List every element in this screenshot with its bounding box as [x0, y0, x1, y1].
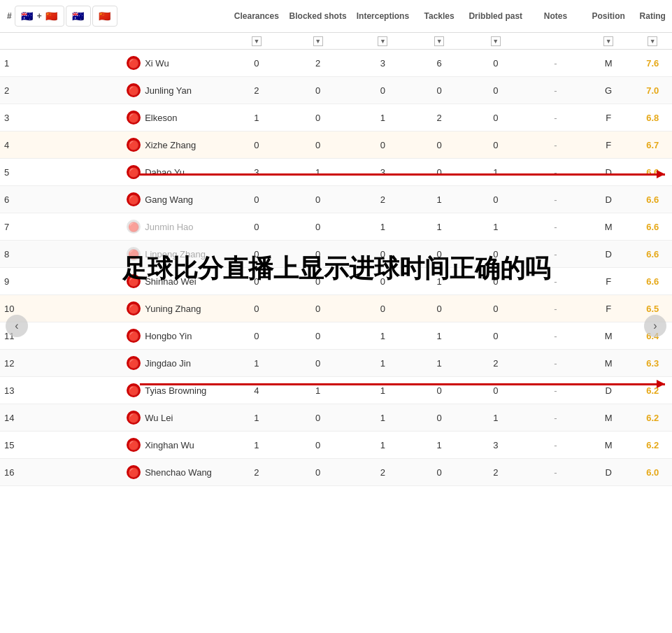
player-rating: 6.6 — [633, 241, 672, 268]
player-name: Xizhe Zhang — [145, 140, 196, 150]
player-notes: - — [527, 213, 584, 241]
player-interceptions: 2 — [351, 459, 415, 486]
player-cell: 🔴 Elkeson — [122, 104, 228, 131]
player-clearances: 0 — [229, 268, 285, 295]
col-header-blocked: Blocked shots — [285, 0, 351, 33]
player-flag: 🔴 — [127, 83, 141, 97]
table-row: 8 🔴 Linpeng Zhang 0 0 0 0 0 - D 6.6 — [0, 241, 672, 268]
player-rating: 6.2 — [633, 432, 672, 459]
table-row: 12 🔴 Jingdao Jin 1 0 1 1 2 - M 6.3 — [0, 350, 672, 377]
player-name: Xi Wu — [145, 58, 169, 69]
player-notes: - — [527, 268, 584, 295]
filter-arrow-interceptions[interactable]: ▼ — [378, 36, 387, 46]
filter-arrow-clearances[interactable]: ▼ — [252, 36, 262, 46]
player-blocked: 0 — [285, 186, 351, 213]
player-position: G — [584, 77, 634, 104]
player-clearances: 4 — [229, 377, 285, 404]
filter-rating[interactable]: ▼ — [633, 33, 672, 50]
player-tackles: 1 — [415, 322, 464, 350]
player-position: M — [584, 432, 634, 459]
filter-arrow-dribbled[interactable]: ▼ — [491, 36, 501, 46]
team-group-1[interactable]: 🇦🇺 + 🇨🇳 — [15, 6, 64, 27]
player-rating: 6.6 — [633, 268, 672, 295]
row-num: 4 — [0, 131, 122, 159]
player-position: D — [584, 241, 634, 268]
row-num: 15 — [0, 432, 122, 459]
row-num: 8 — [0, 241, 122, 268]
player-tackles: 1 — [415, 268, 464, 295]
filter-position[interactable]: ▼ — [584, 33, 634, 50]
filter-tackles[interactable]: ▼ — [415, 33, 464, 50]
filter-blocked[interactable]: ▼ — [285, 33, 351, 50]
filter-arrow-rating[interactable]: ▼ — [648, 36, 657, 46]
row-num: 9 — [0, 268, 122, 295]
table-row: 2 🔴 Junling Yan 2 0 0 0 0 - G 7.0 — [0, 77, 672, 104]
player-interceptions: 0 — [351, 131, 415, 159]
player-tackles: 0 — [415, 241, 464, 268]
player-interceptions: 0 — [351, 241, 415, 268]
row-num: 1 — [0, 50, 122, 77]
player-position: F — [584, 104, 634, 131]
player-cell: 🔴 Shenchao Wang — [122, 459, 228, 486]
player-clearances: 1 — [229, 432, 285, 459]
team-group-3[interactable]: 🇨🇳 — [92, 6, 117, 27]
player-rating: 7.0 — [633, 77, 672, 104]
player-notes: - — [527, 77, 584, 104]
player-notes: - — [527, 377, 584, 404]
player-blocked: 0 — [285, 104, 351, 131]
player-tackles: 0 — [415, 377, 464, 404]
player-notes: - — [527, 104, 584, 131]
player-clearances: 0 — [229, 322, 285, 350]
player-flag: 🔴 — [127, 329, 141, 343]
player-dribbled: 1 — [464, 404, 527, 432]
player-cell: 🔴 Junling Yan — [122, 77, 228, 104]
player-name: Shenchao Wang — [145, 467, 212, 478]
player-flag: 🔴 — [127, 383, 141, 397]
player-position: M — [584, 322, 634, 350]
player-dribbled: 0 — [464, 131, 527, 159]
flag-australia-2: 🇦🇺 — [71, 8, 86, 24]
player-blocked: 1 — [285, 159, 351, 186]
col-header-clearances: Clearances — [229, 0, 285, 33]
player-tackles: 0 — [415, 459, 464, 486]
player-flag: 🔴 — [127, 111, 141, 125]
row-num: 2 — [0, 77, 122, 104]
player-position: M — [584, 213, 634, 241]
filter-arrow-tackles[interactable]: ▼ — [434, 36, 444, 46]
player-cell: 🔴 Shinhao Wei — [122, 268, 228, 295]
player-tackles: 1 — [415, 186, 464, 213]
player-tackles: 1 — [415, 213, 464, 241]
player-flag: 🔴 — [127, 56, 141, 70]
player-rating: 6.6 — [633, 159, 672, 186]
player-blocked: 0 — [285, 268, 351, 295]
player-clearances: 3 — [229, 159, 285, 186]
player-clearances: 2 — [229, 77, 285, 104]
filter-dribbled[interactable]: ▼ — [464, 33, 527, 50]
table-row: 5 🔴 Dabao Yu 3 1 3 0 1 - D 6.6 — [0, 159, 672, 186]
player-name: Junmin Hao — [145, 222, 193, 232]
filter-arrow-blocked[interactable]: ▼ — [313, 36, 323, 46]
filter-interceptions[interactable]: ▼ — [351, 33, 415, 50]
player-blocked: 0 — [285, 295, 351, 322]
team-group-2[interactable]: 🇦🇺 — [66, 6, 91, 27]
player-clearances: 1 — [229, 404, 285, 432]
player-cell: 🔴 Hongbo Yin — [122, 322, 228, 350]
table-row: 1 🔴 Xi Wu 0 2 3 6 0 - M 7.6 — [0, 50, 672, 77]
player-position: F — [584, 268, 634, 295]
filter-arrow-position[interactable]: ▼ — [603, 36, 613, 46]
player-tackles: 2 — [415, 104, 464, 131]
player-blocked: 0 — [285, 432, 351, 459]
player-interceptions: 0 — [351, 268, 415, 295]
player-clearances: 0 — [229, 241, 285, 268]
player-tackles: 1 — [415, 432, 464, 459]
player-cell: 🔴 Linpeng Zhang — [122, 241, 228, 268]
player-rating: 6.6 — [633, 213, 672, 241]
row-num: 6 — [0, 186, 122, 213]
col-header-rating: Rating — [633, 0, 672, 33]
filter-clearances[interactable]: ▼ — [229, 33, 285, 50]
player-blocked: 2 — [285, 50, 351, 77]
player-cell: 🔴 Wu Lei — [122, 404, 228, 432]
nav-arrow-right[interactable]: › — [644, 315, 666, 337]
player-flag: 🔴 — [127, 138, 141, 152]
nav-arrow-left[interactable]: ‹ — [6, 315, 28, 337]
